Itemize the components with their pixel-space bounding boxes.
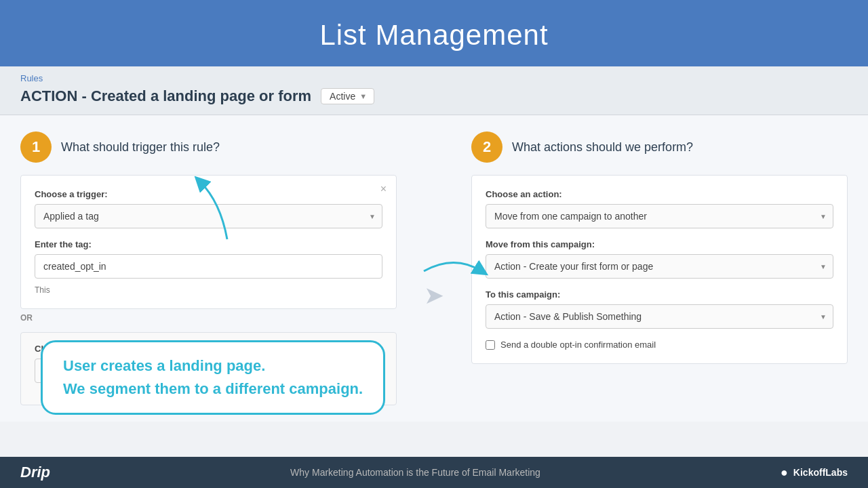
or-divider: OR xyxy=(20,313,397,323)
header-title: List Management xyxy=(319,19,548,51)
move-from-label: Move from this campaign: xyxy=(486,239,833,249)
close-icon[interactable]: × xyxy=(380,184,387,195)
checkbox-row: Send a double opt-in confirmation email xyxy=(486,340,833,350)
kickofflabs-icon: ● xyxy=(781,466,788,480)
footer-partner: KickoffLabs xyxy=(793,467,848,478)
card-note: This xyxy=(35,285,382,295)
footer-right: ● KickoffLabs xyxy=(781,466,848,480)
action-select-wrapper: Move from one campaign to another xyxy=(486,204,833,228)
step2-header: 2 What actions should we perform? xyxy=(471,131,848,163)
double-optin-checkbox[interactable] xyxy=(486,340,495,350)
footer-brand: Drip xyxy=(20,464,50,481)
action-select[interactable]: Move from one campaign to another xyxy=(486,204,833,228)
breadcrumb[interactable]: Rules xyxy=(20,73,848,83)
title-row: ACTION - Created a landing page or form … xyxy=(20,87,848,105)
footer: Drip Why Marketing Automation is the Fut… xyxy=(0,457,868,488)
title-bar: Rules ACTION - Created a landing page or… xyxy=(0,66,868,115)
tooltip-line1: User creates a landing page. xyxy=(63,357,363,375)
to-campaign-label: To this campaign: xyxy=(486,289,833,300)
move-from-select[interactable]: Action - Create your first form or page xyxy=(486,254,833,279)
tag-input[interactable] xyxy=(35,254,382,279)
checkbox-label: Send a double opt-in confirmation email xyxy=(500,340,656,350)
tooltip-right-arrow xyxy=(420,251,488,291)
page-title: ACTION - Created a landing page or form xyxy=(20,87,311,105)
to-campaign-select-wrapper: Action - Save & Publish Something xyxy=(486,304,833,329)
step1-circle: 1 xyxy=(20,131,52,163)
main-content: 1 What should trigger this rule? × Choos… xyxy=(0,115,868,422)
chevron-down-icon: ▼ xyxy=(359,92,367,100)
action-column: 2 What actions should we perform? Choose… xyxy=(471,131,848,405)
to-campaign-select[interactable]: Action - Save & Publish Something xyxy=(486,304,833,329)
status-label: Active xyxy=(330,91,355,102)
tooltip-line2: We segment them to a different campaign. xyxy=(63,380,363,398)
step2-circle: 2 xyxy=(471,131,502,163)
status-badge[interactable]: Active ▼ xyxy=(321,88,374,104)
step2-question: What actions should we perform? xyxy=(512,140,693,155)
action-label: Choose an action: xyxy=(486,189,833,199)
move-from-select-wrapper: Action - Create your first form or page xyxy=(486,254,833,279)
step1-header: 1 What should trigger this rule? xyxy=(20,131,397,163)
footer-tagline: Why Marketing Automation is the Future o… xyxy=(290,467,540,478)
step1-question: What should trigger this rule? xyxy=(61,140,220,155)
tooltip-pointer-arrow xyxy=(180,175,248,243)
page-header: List Management xyxy=(0,0,868,66)
tooltip-bubble: User creates a landing page. We segment … xyxy=(41,340,385,415)
action-card: Choose an action: Move from one campaign… xyxy=(471,175,848,364)
